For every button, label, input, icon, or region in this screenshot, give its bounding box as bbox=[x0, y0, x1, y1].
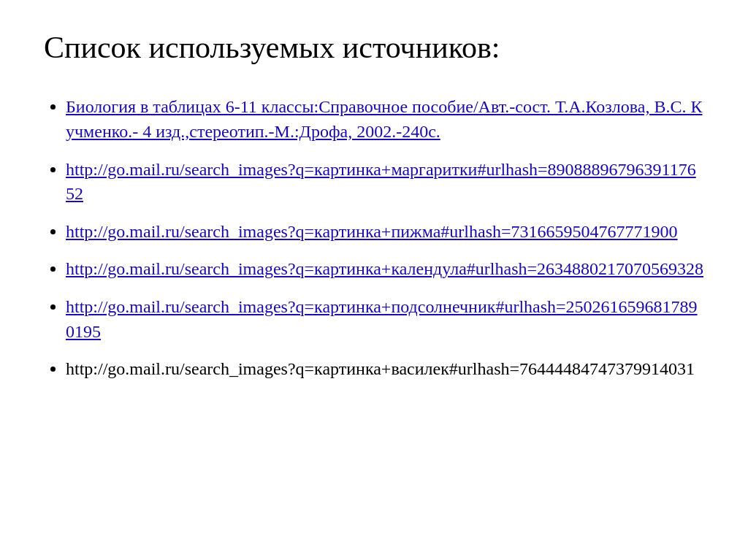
list-item[interactable]: http://go.mail.ru/search_images?q=картин… bbox=[66, 295, 704, 344]
list-item: http://go.mail.ru/search_images?q=картин… bbox=[66, 357, 704, 382]
source-link-2[interactable]: http://go.mail.ru/search_images?q=картин… bbox=[66, 160, 696, 204]
sources-list: Биология в таблицах 6-11 классы:Справочн… bbox=[44, 95, 704, 381]
list-item[interactable]: http://go.mail.ru/search_images?q=картин… bbox=[66, 257, 704, 282]
source-link-3[interactable]: http://go.mail.ru/search_images?q=картин… bbox=[66, 222, 678, 241]
list-item[interactable]: http://go.mail.ru/search_images?q=картин… bbox=[66, 158, 704, 207]
list-item[interactable]: Биология в таблицах 6-11 классы:Справочн… bbox=[66, 95, 704, 144]
source-link-5[interactable]: http://go.mail.ru/search_images?q=картин… bbox=[66, 297, 698, 341]
source-link-4[interactable]: http://go.mail.ru/search_images?q=картин… bbox=[66, 259, 703, 278]
page-title: Список используемых источников: bbox=[44, 29, 704, 66]
source-link-1[interactable]: Биология в таблицах 6-11 классы:Справочн… bbox=[66, 97, 702, 141]
list-item[interactable]: http://go.mail.ru/search_images?q=картин… bbox=[66, 220, 704, 245]
